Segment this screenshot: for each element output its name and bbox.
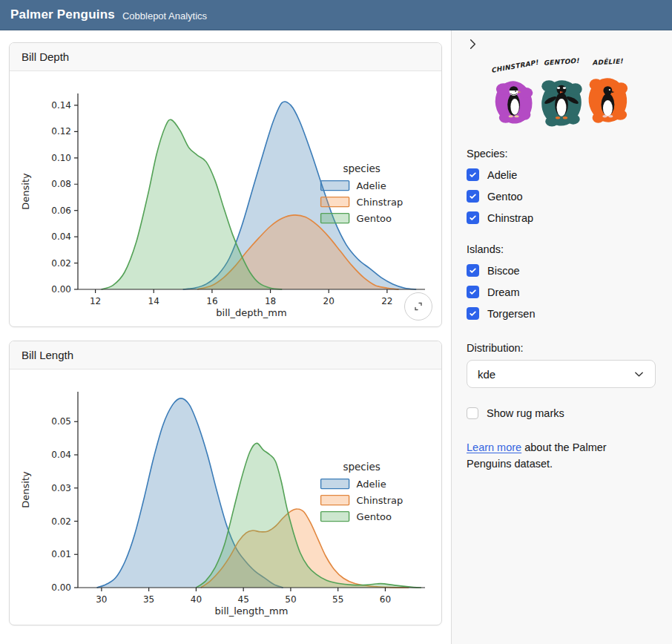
expand-card-button[interactable] [404, 292, 432, 321]
check-icon [469, 309, 477, 318]
app-title: Palmer Penguins [10, 7, 115, 22]
checkbox-label: Dream [487, 286, 520, 298]
artwork-label-adelie: ADĒLIE! [592, 56, 624, 66]
checkbox-row-dream[interactable]: Dream [467, 281, 656, 303]
distribution-selected-value: kde [478, 368, 495, 381]
svg-text:14: 14 [148, 296, 159, 306]
chevron-right-icon [467, 38, 479, 50]
svg-text:0.00: 0.00 [51, 284, 71, 295]
card-title-bill-length: Bill Length [10, 341, 441, 369]
svg-text:species: species [343, 461, 380, 473]
navbar: Palmer Penguins Cobblepot Analytics [0, 0, 672, 30]
checkbox-row-torgersen[interactable]: Torgersen [467, 303, 656, 324]
app-subtitle: Cobblepot Analytics [122, 8, 207, 22]
svg-text:0.01: 0.01 [51, 549, 71, 559]
svg-text:50: 50 [285, 594, 296, 605]
svg-text:0.14: 0.14 [51, 100, 71, 111]
check-icon [469, 288, 477, 296]
svg-text:Adelie: Adelie [357, 180, 386, 191]
svg-text:0.05: 0.05 [51, 416, 71, 427]
svg-text:0.00: 0.00 [51, 582, 71, 593]
rug-marks-checkbox-row[interactable]: Show rug marks [467, 403, 656, 424]
check-icon [469, 192, 477, 200]
checkbox-gentoo[interactable] [467, 190, 479, 203]
svg-text:16: 16 [206, 296, 217, 306]
checkbox-label: Biscoe [487, 265, 520, 277]
svg-text:0.02: 0.02 [51, 258, 71, 269]
check-icon [469, 266, 477, 275]
species-group-label: Species: [467, 148, 656, 160]
check-icon [469, 171, 477, 179]
svg-text:35: 35 [143, 594, 154, 605]
svg-text:Adelie: Adelie [357, 479, 386, 490]
svg-text:Chinstrap: Chinstrap [357, 495, 403, 506]
rug-marks-label: Show rug marks [487, 407, 564, 419]
svg-text:bill_depth_mm: bill_depth_mm [216, 307, 286, 318]
species-checkbox-group: AdelieGentooChinstrap [467, 164, 656, 229]
checkbox-dream[interactable] [467, 286, 479, 298]
checkbox-chinstrap[interactable] [467, 211, 479, 224]
card-bill-depth: Bill Depth 1214161820220.000.020.040.060… [9, 42, 442, 327]
svg-text:0.04: 0.04 [51, 231, 71, 242]
checkbox-adelie[interactable] [467, 168, 479, 181]
bill-depth-chart: 1214161820220.000.020.040.060.080.100.12… [19, 74, 432, 325]
checkbox-label: Torgersen [487, 308, 535, 320]
svg-text:Gentoo: Gentoo [357, 511, 392, 522]
svg-text:Density: Density [20, 471, 31, 508]
checkbox-row-gentoo[interactable]: Gentoo [467, 185, 656, 207]
check-icon [469, 214, 477, 222]
svg-text:12: 12 [90, 296, 101, 306]
distribution-select[interactable]: kde [467, 360, 656, 388]
islands-checkbox-group: BiscoeDreamTorgersen [467, 260, 656, 324]
svg-text:40: 40 [191, 594, 202, 605]
checkbox-row-chinstrap[interactable]: Chinstrap [467, 207, 656, 229]
expand-icon [412, 300, 424, 312]
svg-text:18: 18 [265, 296, 276, 306]
bill-length-chart: 303540455055600.000.010.020.030.040.05bi… [19, 372, 432, 623]
checkbox-label: Adelie [487, 169, 517, 181]
svg-text:0.08: 0.08 [51, 179, 71, 189]
islands-group-label: Islands: [467, 243, 656, 255]
dataset-note: Learn more about the Palmer Penguins dat… [467, 440, 653, 473]
app-window: Palmer Penguins Cobblepot Analytics Bill… [0, 0, 672, 644]
svg-text:60: 60 [380, 594, 391, 605]
checkbox-label: Gentoo [487, 191, 523, 203]
checkbox-row-adelie[interactable]: Adelie [467, 164, 656, 185]
svg-text:0.12: 0.12 [51, 126, 71, 137]
card-bill-length: Bill Length 303540455055600.000.010.020.… [9, 341, 442, 625]
svg-text:0.02: 0.02 [51, 516, 71, 527]
svg-text:0.04: 0.04 [51, 450, 71, 460]
learn-more-link[interactable]: Learn more [467, 441, 521, 453]
main-panel: Bill Depth 1214161820220.000.020.040.060… [0, 30, 451, 644]
svg-text:0.10: 0.10 [51, 153, 71, 163]
svg-text:Gentoo: Gentoo [357, 213, 392, 224]
distribution-label: Distribution: [467, 342, 656, 354]
svg-text:20: 20 [323, 296, 335, 306]
svg-text:30: 30 [96, 594, 107, 605]
svg-text:45: 45 [238, 594, 249, 605]
sidebar: CHINSTRAP! GENTOO! ADĒLIE! Species: Adel… [451, 30, 672, 644]
svg-text:bill_length_mm: bill_length_mm [215, 605, 289, 617]
svg-text:22: 22 [381, 296, 392, 306]
artwork-label-gentoo: GENTOO! [543, 57, 579, 67]
svg-text:0.03: 0.03 [51, 483, 71, 493]
svg-text:Chinstrap: Chinstrap [357, 197, 403, 208]
rug-marks-checkbox[interactable] [467, 407, 478, 419]
card-title-bill-depth: Bill Depth [10, 43, 441, 71]
svg-text:Density: Density [20, 173, 31, 210]
penguins-artwork-image: CHINSTRAP! GENTOO! ADĒLIE! [484, 56, 639, 137]
svg-text:55: 55 [332, 594, 343, 605]
sidebar-collapse-toggle[interactable] [465, 36, 481, 54]
checkbox-torgersen[interactable] [467, 307, 479, 320]
chevron-down-icon [633, 369, 645, 380]
checkbox-biscoe[interactable] [467, 264, 479, 277]
svg-text:species: species [343, 162, 380, 174]
artwork-label-chinstrap: CHINSTRAP! [490, 59, 539, 74]
svg-text:0.06: 0.06 [51, 206, 71, 216]
checkbox-label: Chinstrap [487, 212, 533, 224]
checkbox-row-biscoe[interactable]: Biscoe [467, 260, 656, 281]
